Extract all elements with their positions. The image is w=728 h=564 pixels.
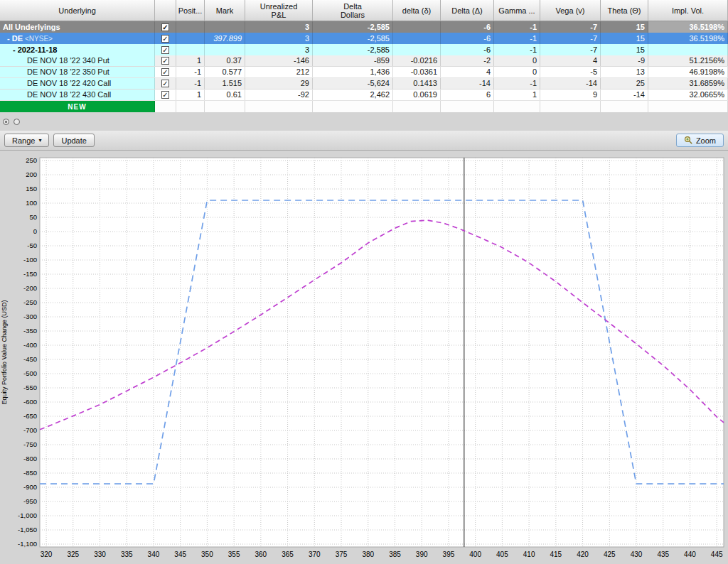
table-row[interactable]: DE NOV 18 '22 420 Call✓-11.51529-5,6240.… (0, 78, 728, 90)
column-header-vega[interactable]: Vega (v) (540, 0, 601, 21)
positions-panel: UnderlyingPosit...MarkUnrealized P&LDelt… (0, 0, 728, 112)
cell-impl-vol: 36.5198% (648, 33, 728, 44)
underlying-cell[interactable]: - DE<NYSE> (0, 33, 155, 44)
row-checkbox[interactable]: ✓ (161, 35, 169, 43)
underlying-label: DE NOV 18 '22 430 Call (27, 90, 111, 100)
cell-vega (540, 101, 601, 112)
column-header-impl-vol[interactable]: Impl. Vol. (648, 0, 728, 21)
table-row[interactable]: NEW (0, 101, 728, 112)
row-checkbox[interactable]: ✓ (161, 80, 169, 87)
update-button[interactable]: Update (53, 134, 94, 147)
y-tick-label: -950 (23, 497, 37, 505)
chart-toolbar: Range ▾ Update Zoom (0, 131, 728, 151)
x-tick-label: 440 (684, 551, 696, 558)
column-header-check[interactable] (155, 0, 176, 21)
cell-delta-lower (393, 101, 441, 112)
column-header-unrealized-pnl[interactable]: Unrealized P&L (245, 0, 313, 21)
positions-table-header: UnderlyingPosit...MarkUnrealized P&LDelt… (0, 0, 728, 21)
underlying-cell[interactable]: - 2022-11-18 (0, 44, 155, 55)
x-tick-label: 385 (389, 551, 401, 558)
y-tick-label: 250 (26, 156, 37, 164)
cell-vega: 9 (540, 90, 601, 100)
y-axis-labels: 250200150100500-50-100-150-200-250-300-3… (18, 156, 37, 548)
column-header-theta[interactable]: Theta (Θ) (601, 0, 648, 21)
cell-delta-lower: 0.0619 (393, 90, 441, 100)
column-header-gamma[interactable]: Gamma ... (494, 0, 540, 21)
cell-position (176, 44, 205, 55)
table-row[interactable]: - DE<NYSE>✓397.8993-2,585-6-1-71536.5198… (0, 33, 728, 44)
x-tick-label: 425 (604, 551, 616, 558)
cell-theta: 13 (601, 67, 648, 77)
y-tick-label: -250 (23, 298, 37, 306)
y-tick-label: -400 (23, 341, 37, 349)
x-tick-label: 375 (336, 551, 348, 558)
cell-mark: 0.577 (205, 67, 245, 77)
panel-link-icon-1[interactable] (2, 118, 10, 126)
cell-delta-upper: -14 (441, 78, 494, 89)
column-header-delta-dollars[interactable]: Delta Dollars (313, 0, 393, 21)
table-row[interactable]: DE NOV 18 '22 430 Call✓10.61-922,4620.06… (0, 90, 728, 101)
cell-gamma (494, 101, 540, 112)
column-header-underlying[interactable]: Underlying (0, 0, 155, 21)
options-portfolio-window: UnderlyingPosit...MarkUnrealized P&LDelt… (0, 0, 728, 564)
column-header-delta-upper[interactable]: Delta (Δ) (441, 0, 494, 21)
cell-delta-dollars: 1,436 (313, 67, 393, 77)
underlying-cell[interactable]: DE NOV 18 '22 340 Put (0, 55, 155, 66)
y-tick-label: -500 (23, 369, 37, 377)
cell-mark (205, 44, 245, 55)
chart-area: 3203253303353403453503553603653703753803… (0, 151, 728, 564)
underlying-cell[interactable]: DE NOV 18 '22 420 Call (0, 78, 155, 89)
y-tick-label: -900 (23, 483, 37, 491)
y-tick-label: -850 (23, 469, 37, 477)
underlying-cell[interactable]: DE NOV 18 '22 350 Put (0, 67, 155, 77)
y-tick-label: 100 (26, 199, 37, 207)
row-checkbox[interactable]: ✓ (161, 46, 169, 54)
cell-mark: 0.61 (205, 90, 245, 100)
column-header-delta-lower[interactable]: delta (δ) (393, 0, 441, 21)
table-row[interactable]: DE NOV 18 '22 350 Put✓-10.5772121,436-0.… (0, 67, 728, 78)
underlying-cell[interactable]: DE NOV 18 '22 430 Call (0, 90, 155, 100)
underlying-label: DE NOV 18 '22 420 Call (27, 78, 111, 89)
cell-unrealized-pnl: 3 (245, 44, 313, 55)
x-tick-label: 345 (174, 551, 186, 558)
row-checkbox[interactable]: ✓ (161, 91, 169, 99)
cell-gamma: -1 (494, 44, 540, 55)
x-tick-label: 330 (94, 551, 106, 558)
y-tick-label: -700 (23, 426, 37, 434)
table-row[interactable]: DE NOV 18 '22 340 Put✓10.37-146-859-0.02… (0, 55, 728, 67)
x-tick-label: 405 (496, 551, 508, 558)
cell-position: -1 (176, 78, 205, 89)
column-header-position[interactable]: Posit... (176, 0, 205, 21)
underlying-label: - 2022-11-18 (13, 45, 57, 55)
column-header-mark[interactable]: Mark (205, 0, 245, 21)
cell-delta-dollars: -2,585 (313, 44, 393, 55)
x-axis-labels: 3203253303353403453503553603653703753803… (41, 551, 723, 558)
x-tick-label: 420 (577, 551, 589, 558)
panel-link-icon-2[interactable] (13, 118, 21, 126)
y-tick-label: -600 (23, 398, 37, 406)
cell-position (176, 101, 205, 112)
y-tick-label: -750 (23, 440, 37, 448)
chevron-down-icon: ▾ (38, 137, 41, 143)
cell-impl-vol: 51.2156% (648, 55, 728, 66)
cell-theta (601, 101, 648, 112)
zoom-button[interactable]: Zoom (676, 134, 724, 147)
cell-delta-dollars: -2,585 (313, 33, 393, 44)
cell-theta: 15 (601, 21, 648, 33)
row-checkbox[interactable]: ✓ (161, 68, 169, 76)
chart-svg[interactable]: 3203253303353403453503553603653703753803… (0, 151, 728, 564)
y-tick-label: -650 (23, 412, 37, 420)
underlying-cell[interactable]: All Underlyings (0, 21, 155, 33)
range-button[interactable]: Range ▾ (4, 134, 49, 147)
cell-delta-dollars: -5,624 (313, 78, 393, 89)
table-row[interactable]: - 2022-11-18✓3-2,585-6-1-715 (0, 44, 728, 55)
table-row[interactable]: All Underlyings✓3-2,585-6-1-71536.5198% (0, 21, 728, 33)
x-tick-label: 320 (41, 551, 53, 558)
row-checkbox[interactable]: ✓ (161, 57, 169, 65)
range-button-label: Range (12, 136, 35, 145)
y-tick-label: -450 (23, 355, 37, 363)
row-checkbox[interactable]: ✓ (161, 23, 169, 31)
underlying-cell[interactable]: NEW (0, 101, 155, 112)
cell-gamma: -1 (494, 21, 540, 33)
cell-delta-upper: -2 (441, 55, 494, 66)
